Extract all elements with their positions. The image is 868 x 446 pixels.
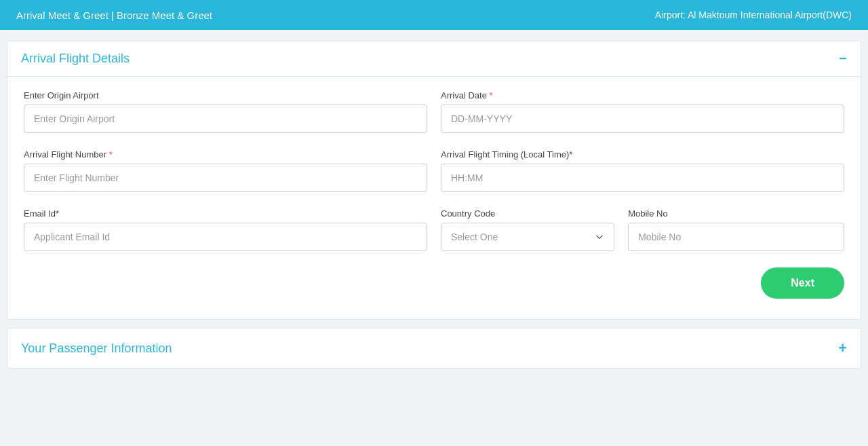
arrival-date-group: Arrival Date * bbox=[441, 90, 844, 133]
flight-number-input[interactable] bbox=[24, 164, 427, 192]
email-input[interactable] bbox=[24, 223, 427, 251]
passenger-info-title: Your Passenger Information bbox=[21, 341, 172, 356]
arrival-date-required: * bbox=[490, 90, 493, 100]
origin-airport-label: Enter Origin Airport bbox=[24, 90, 427, 100]
next-button-row: Next bbox=[24, 267, 844, 299]
email-group: Email Id* bbox=[24, 208, 427, 251]
flight-details-card-header: Arrival Flight Details − bbox=[7, 41, 861, 77]
origin-airport-input[interactable] bbox=[24, 105, 427, 133]
flight-number-group: Arrival Flight Number * bbox=[24, 149, 427, 192]
expand-icon[interactable]: + bbox=[838, 339, 847, 357]
flight-number-required: * bbox=[109, 149, 113, 160]
form-row-2: Arrival Flight Number * Arrival Flight T… bbox=[24, 149, 844, 192]
header-title: Arrival Meet & Greet | Bronze Meet & Gre… bbox=[16, 10, 212, 21]
passenger-info-card: Your Passenger Information + bbox=[7, 328, 861, 369]
arrival-date-input[interactable] bbox=[441, 105, 844, 133]
form-row-3: Email Id* Country Code Select One Mobile… bbox=[24, 208, 844, 251]
header-airport: Airport: Al Maktoum International Airpor… bbox=[655, 10, 852, 20]
form-row-1: Enter Origin Airport Arrival Date * bbox=[24, 90, 844, 133]
collapse-icon[interactable]: − bbox=[839, 51, 847, 67]
flight-timing-group: Arrival Flight Timing (Local Time)* bbox=[441, 149, 844, 192]
main-content: Arrival Flight Details − Enter Origin Ai… bbox=[0, 30, 868, 388]
mobile-no-label: Mobile No bbox=[628, 208, 844, 219]
country-code-select[interactable]: Select One bbox=[441, 223, 614, 251]
mobile-no-input[interactable] bbox=[628, 223, 844, 251]
country-code-label: Country Code bbox=[441, 208, 614, 219]
passenger-info-card-header: Your Passenger Information + bbox=[7, 329, 861, 368]
flight-number-label: Arrival Flight Number * bbox=[24, 149, 427, 160]
mobile-no-group: Mobile No bbox=[628, 208, 844, 251]
flight-details-body: Enter Origin Airport Arrival Date * Arri… bbox=[7, 77, 861, 319]
arrival-date-label: Arrival Date * bbox=[441, 90, 844, 100]
flight-details-card: Arrival Flight Details − Enter Origin Ai… bbox=[7, 41, 861, 320]
next-button[interactable]: Next bbox=[761, 267, 844, 299]
flight-timing-label: Arrival Flight Timing (Local Time)* bbox=[441, 149, 844, 160]
flight-details-title: Arrival Flight Details bbox=[21, 52, 130, 66]
flight-timing-input[interactable] bbox=[441, 164, 844, 192]
email-label: Email Id* bbox=[24, 208, 427, 219]
origin-airport-group: Enter Origin Airport bbox=[24, 90, 427, 133]
header-bar: Arrival Meet & Greet | Bronze Meet & Gre… bbox=[0, 0, 868, 30]
country-code-group: Country Code Select One bbox=[441, 208, 614, 251]
